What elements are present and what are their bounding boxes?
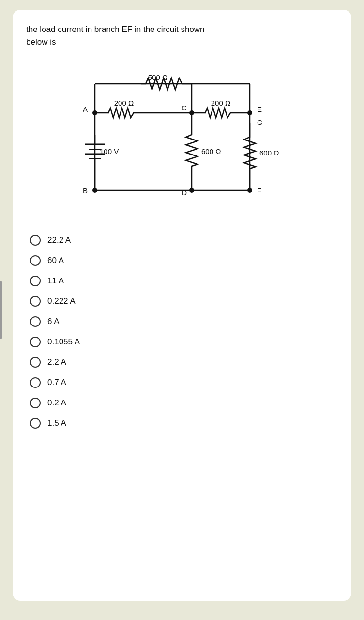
node-E-label: E [257,105,262,113]
question-line2: below is [26,37,56,46]
circuit-svg: .wire { stroke: #111; stroke-width: 2.5;… [56,60,308,219]
option-3[interactable]: 11 A [30,276,338,286]
node-F-label: F [257,186,261,195]
r1-label: 200 Ω [114,99,134,107]
v1-label: 100 V [100,147,119,155]
radio-7[interactable] [30,357,41,368]
svg-point-25 [189,188,194,193]
svg-point-23 [92,188,97,193]
node-D-label: D [182,188,187,197]
option-8[interactable]: 0.7 A [30,377,338,388]
option-3-label: 11 A [47,276,64,286]
option-7[interactable]: 2.2 A [30,357,338,368]
radio-10[interactable] [30,418,41,429]
option-9[interactable]: 0.2 A [30,398,338,408]
option-10[interactable]: 1.5 A [30,418,338,429]
option-4-label: 0.222 A [47,296,76,306]
option-10-label: 1.5 A [47,418,66,428]
radio-5[interactable] [30,316,41,327]
r5-label: 600 Ω [259,149,279,157]
svg-point-26 [247,110,252,115]
question-text: the load current in branch EF in the cir… [26,23,338,48]
r4-label: 600 Ω [201,147,221,155]
r3-label: 500 Ω [148,73,167,81]
option-5[interactable]: 6 A [30,316,338,327]
radio-9[interactable] [30,398,41,408]
radio-3[interactable] [30,276,41,286]
svg-point-24 [189,110,194,115]
circuit-diagram: .wire { stroke: #111; stroke-width: 2.5;… [26,60,338,219]
options-list: 22.2 A 60 A 11 A 0.222 A 6 A 0.1055 A 2.… [26,235,338,429]
option-6[interactable]: 0.1055 A [30,337,338,347]
option-7-label: 2.2 A [47,357,66,367]
radio-1[interactable] [30,235,41,246]
option-5-label: 6 A [47,317,60,326]
question-card: the load current in branch EF in the cir… [13,10,351,601]
r2-label: 200 Ω [211,99,230,107]
option-8-label: 0.7 A [47,378,66,388]
node-G-label: G [257,118,263,126]
radio-4[interactable] [30,296,41,307]
option-4[interactable]: 0.222 A [30,296,338,307]
radio-6[interactable] [30,337,41,347]
svg-point-22 [92,110,97,115]
left-sidebar-bar [0,281,2,339]
option-1[interactable]: 22.2 A [30,235,338,246]
node-C-label: C [182,104,187,112]
svg-point-27 [247,188,252,193]
radio-2[interactable] [30,255,41,266]
node-A-label: A [83,105,88,113]
radio-8[interactable] [30,377,41,388]
option-6-label: 0.1055 A [47,337,80,347]
option-2[interactable]: 60 A [30,255,338,266]
option-9-label: 0.2 A [47,398,66,408]
question-line1: the load current in branch EF in the cir… [26,25,205,34]
node-B-label: B [83,186,88,195]
option-1-label: 22.2 A [47,235,71,245]
option-2-label: 60 A [47,256,64,265]
